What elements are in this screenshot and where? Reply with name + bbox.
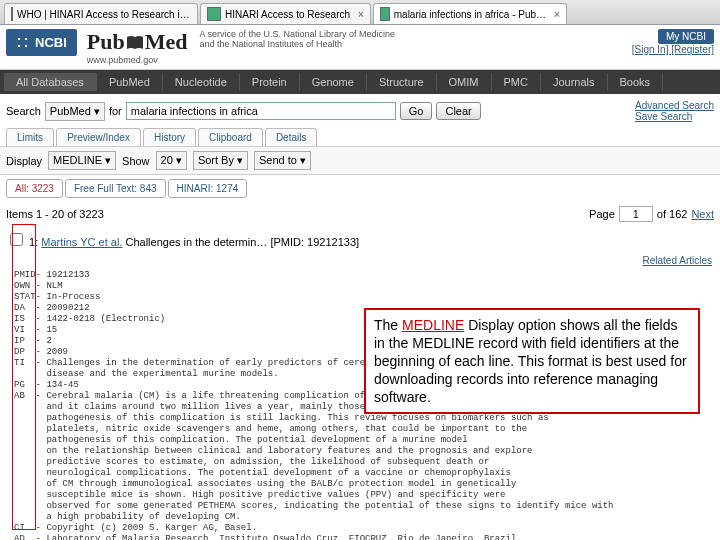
ncbi-logo[interactable]: NCBI [6,29,77,56]
display-label: Display [6,155,42,167]
record-pmid: [PMID: 19212133] [270,236,359,248]
search-row: Search PubMed ▾ for Go Clear Advanced Se… [0,94,720,128]
my-ncbi: My NCBI [Sign In] [Register] [632,29,714,55]
page-of: of 162 [657,208,688,220]
favicon [380,7,390,21]
tab-label: WHO | HINARI Access to Research i… [17,9,190,20]
book-icon [125,33,145,51]
tab-label: malaria infections in africa - Pub… [394,9,546,20]
tab-3[interactable]: malaria infections in africa - Pub…× [373,3,567,24]
search-label: Search [6,105,41,117]
tab-limits[interactable]: Limits [6,128,54,146]
rtab-hinari[interactable]: HINARI: 1274 [168,179,248,198]
items-range: Items 1 - 20 of 3223 [6,208,104,220]
tab-details[interactable]: Details [265,128,318,146]
db-navbar: All Databases PubMed Nucleotide Protein … [0,70,720,94]
signin-link[interactable]: [Sign In] [Register] [632,44,714,55]
db-select[interactable]: PubMed ▾ [45,102,105,121]
rtab-free[interactable]: Free Full Text: 843 [65,179,166,198]
pubmed-url: www.pubmed.gov [87,55,188,65]
advanced-search-link[interactable]: Advanced Search [635,100,714,111]
result-tabs: All: 3223 Free Full Text: 843 HINARI: 12… [0,175,720,202]
nav-all[interactable]: All Databases [4,73,97,91]
tab-history[interactable]: History [143,128,196,146]
tab-1[interactable]: WHO | HINARI Access to Research i…× [4,3,198,24]
tab-clipboard[interactable]: Clipboard [198,128,263,146]
pubmed-branding: PubMed www.pubmed.gov [87,29,188,65]
annotation-callout: The MEDLINE Display option shows all the… [364,308,700,414]
tab-label: HINARI Access to Research [225,9,350,20]
for-label: for [109,105,122,117]
nav-pmc[interactable]: PMC [492,73,541,91]
nav-journals[interactable]: Journals [541,73,608,91]
nav-omim[interactable]: OMIM [437,73,492,91]
nav-nucleotide[interactable]: Nucleotide [163,73,240,91]
pager: Page of 162 Next [589,206,714,222]
record-checkbox[interactable] [10,233,23,246]
nav-protein[interactable]: Protein [240,73,300,91]
display-format-select[interactable]: MEDLINE ▾ [48,151,116,170]
clear-button[interactable]: Clear [436,102,480,120]
search-links: Advanced Search Save Search [635,100,714,122]
pubmed-logo[interactable]: PubMed [87,29,188,55]
items-bar: Items 1 - 20 of 3223 Page of 162 Next [0,202,720,226]
tab-preview[interactable]: Preview/Index [56,128,141,146]
subtabs: Limits Preview/Index History Clipboard D… [0,128,720,146]
sendto-select[interactable]: Send to ▾ [254,151,311,170]
search-input[interactable] [126,102,396,120]
nav-structure[interactable]: Structure [367,73,437,91]
close-icon[interactable]: × [358,9,364,20]
nav-pubmed[interactable]: PubMed [97,73,163,91]
record-number: 1: [29,236,38,248]
show-count-select[interactable]: 20 ▾ [156,151,187,170]
go-button[interactable]: Go [400,102,433,120]
page-label: Page [589,208,615,220]
nav-books[interactable]: Books [608,73,664,91]
close-icon[interactable]: × [554,9,560,20]
record-author[interactable]: Martins YC et al. [41,236,122,248]
tab-2[interactable]: HINARI Access to Research× [200,3,371,24]
highlight-medline: MEDLINE [402,317,464,333]
favicon [207,7,221,21]
display-row: Display MEDLINE ▾ Show 20 ▾ Sort By ▾ Se… [0,146,720,175]
page-input[interactable] [619,206,653,222]
browser-tabs: WHO | HINARI Access to Research i…× HINA… [0,0,720,25]
result-record: 1: Martins YC et al. Challenges in the d… [0,226,720,253]
related-articles-link[interactable]: Related Articles [643,255,712,266]
header-sub: A service of the U.S. National Library o… [199,29,395,49]
show-label: Show [122,155,150,167]
ncbi-icon [16,36,30,50]
rtab-all[interactable]: All: 3223 [6,179,63,198]
nav-genome[interactable]: Genome [300,73,367,91]
favicon [11,7,13,21]
my-ncbi-button[interactable]: My NCBI [658,29,714,44]
save-search-link[interactable]: Save Search [635,111,714,122]
sort-select[interactable]: Sort By ▾ [193,151,248,170]
site-header: NCBI PubMed www.pubmed.gov A service of … [0,25,720,70]
record-title: Challenges in the determin… [125,236,267,248]
next-link[interactable]: Next [691,208,714,220]
